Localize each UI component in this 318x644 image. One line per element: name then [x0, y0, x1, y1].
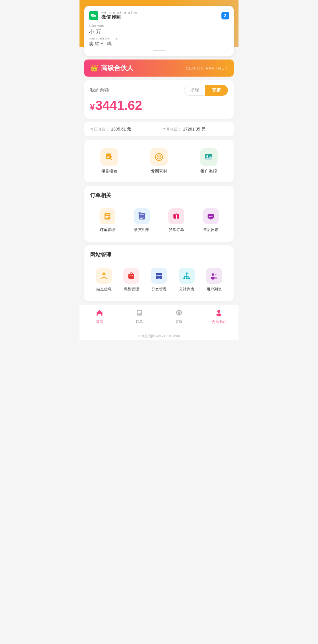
- bottom-nav: 首页 订单 客服: [80, 305, 238, 331]
- svg-point-4: [94, 16, 95, 16]
- action-project[interactable]: 项目投稿: [84, 146, 134, 176]
- watermark-text: 318首码网 www.E318.com: [138, 334, 180, 338]
- partner-title-en: SENIOR PARTNER: [186, 66, 228, 70]
- balance-actions: 提现 充值: [184, 85, 228, 96]
- svg-line-18: [157, 155, 158, 156]
- partner-banner: 👑 高级合伙人 SENIOR PARTNER: [84, 60, 234, 77]
- balance-value: 3441.62: [95, 98, 142, 113]
- nav-member[interactable]: 会员中心: [199, 308, 238, 326]
- withdraw-button[interactable]: 提现: [184, 85, 205, 96]
- svg-rect-68: [177, 313, 178, 314]
- circle-icon-wrap: [150, 148, 168, 166]
- drag-handle: [153, 50, 165, 51]
- product-manage-item[interactable]: 商品管理: [118, 264, 145, 295]
- balance-amount: ¥3441.62: [90, 98, 228, 113]
- category-manage-icon: [151, 268, 167, 284]
- orders-section-card: 订单相关 订单管理: [84, 186, 234, 242]
- svg-point-61: [211, 277, 215, 280]
- poster-icon-wrap: [200, 148, 218, 166]
- svg-rect-52: [186, 278, 188, 279]
- svg-rect-51: [183, 278, 185, 279]
- branch-list-item[interactable]: 分站列表: [173, 264, 201, 295]
- svg-point-41: [211, 216, 213, 217]
- today-label: 今日收益：: [90, 127, 109, 132]
- income-detail-item[interactable]: 收支明细: [125, 205, 159, 236]
- svg-rect-66: [138, 313, 140, 314]
- svg-point-45: [132, 275, 133, 276]
- svg-point-70: [217, 310, 220, 313]
- wechat-pinyin: wēi xìn gāng gāng: [101, 11, 138, 14]
- svg-rect-64: [138, 311, 141, 312]
- balance-header: 我的余额 提现 充值: [90, 85, 228, 96]
- site-grid: 站点信息 商品管理 分类管理: [90, 264, 228, 295]
- project-icon-wrap: [100, 148, 118, 166]
- svg-marker-36: [175, 213, 178, 214]
- abnormal-order-item[interactable]: 异常订单: [159, 205, 193, 236]
- month-earning: 本月收益： 17261.35 元: [162, 127, 228, 132]
- message-text: 卖 软 件 吗: [89, 41, 229, 47]
- category-manage-label: 分类管理: [151, 287, 167, 292]
- svg-rect-7: [107, 155, 110, 155]
- svg-point-37: [176, 218, 176, 219]
- svg-rect-50: [186, 273, 188, 274]
- footer-watermark: 318首码网 www.E318.com: [80, 331, 238, 340]
- svg-rect-46: [156, 273, 159, 275]
- sender-pinyin: xiǎo wàn: [89, 24, 229, 28]
- nav-service[interactable]: 客服: [159, 308, 199, 326]
- order-manage-item[interactable]: 订单管理: [90, 205, 125, 236]
- category-manage-item[interactable]: 分类管理: [145, 264, 173, 295]
- service-label: 客服: [175, 319, 183, 324]
- svg-point-60: [215, 274, 216, 275]
- partner-title: 高级合伙人: [101, 64, 133, 72]
- sender-name: 小 万: [89, 28, 229, 35]
- svg-rect-27: [105, 216, 110, 217]
- member-icon: [215, 309, 223, 318]
- svg-line-20: [160, 155, 161, 156]
- balance-card: 我的余额 提现 充值 ¥3441.62: [84, 80, 234, 119]
- svg-rect-48: [156, 276, 159, 279]
- today-value: 1305.61 元: [111, 127, 131, 132]
- svg-rect-34: [138, 212, 141, 214]
- site-section-card: 网站管理 站点信息 商品管理: [84, 245, 234, 301]
- product-manage-label: 商品管理: [124, 287, 139, 292]
- svg-rect-9: [107, 157, 109, 158]
- user-list-icon: [206, 268, 222, 284]
- svg-point-2: [93, 15, 93, 15]
- partner-left: 👑 高级合伙人: [90, 64, 133, 72]
- wechat-app-icon: [89, 11, 98, 20]
- svg-rect-8: [107, 156, 110, 156]
- earnings-divider: [159, 126, 159, 132]
- quick-actions-row: 项目投稿 发圈素材: [84, 146, 234, 176]
- site-info-icon: [96, 268, 112, 284]
- user-list-item[interactable]: 用户列表: [200, 264, 228, 295]
- today-earning: 今日收益： 1305.61 元: [90, 127, 156, 132]
- action-circle[interactable]: 发圈素材: [134, 146, 184, 176]
- svg-rect-28: [105, 217, 108, 218]
- wechat-title: 微信 刚刚: [101, 14, 138, 20]
- currency-symbol: ¥: [90, 103, 95, 112]
- month-value: 17261.35 元: [183, 127, 206, 132]
- member-label: 会员中心: [212, 319, 226, 324]
- earnings-row: 今日收益： 1305.61 元 本月收益： 17261.35 元: [84, 122, 234, 136]
- branch-list-label: 分站列表: [179, 287, 194, 292]
- svg-point-39: [209, 216, 210, 217]
- svg-rect-49: [159, 276, 162, 279]
- svg-point-44: [130, 275, 131, 276]
- orders-section-title: 订单相关: [90, 192, 228, 199]
- action-poster[interactable]: 推广海报: [184, 146, 234, 176]
- site-info-item[interactable]: 站点信息: [90, 264, 118, 295]
- svg-line-19: [160, 158, 161, 159]
- quick-actions-card: 项目投稿 发圈素材: [84, 140, 234, 182]
- svg-point-24: [206, 155, 208, 157]
- after-sale-item[interactable]: 售后反馈: [193, 205, 228, 236]
- svg-point-42: [102, 273, 105, 275]
- nav-orders[interactable]: 订单: [119, 308, 159, 326]
- svg-rect-26: [105, 214, 110, 215]
- abnormal-order-icon: [168, 208, 184, 224]
- svg-point-62: [214, 277, 217, 279]
- after-sale-label: 售后反馈: [203, 227, 218, 232]
- nav-home[interactable]: 首页: [80, 308, 119, 326]
- svg-rect-53: [188, 278, 190, 279]
- svg-rect-69: [180, 313, 181, 314]
- recharge-button[interactable]: 充值: [205, 85, 228, 96]
